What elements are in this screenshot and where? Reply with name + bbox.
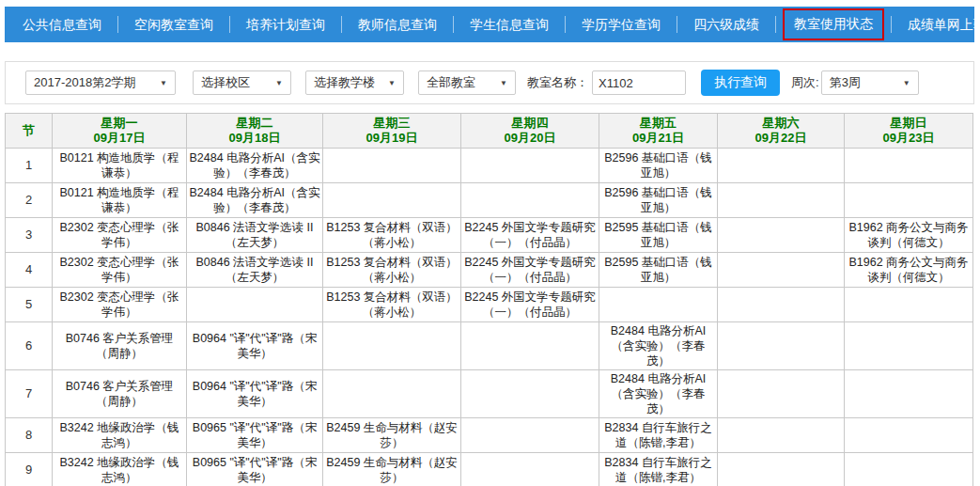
empty-cell bbox=[845, 183, 973, 218]
nav-item-3[interactable]: 培养计划查询 bbox=[230, 7, 341, 42]
timetable-row: 6B0746 客户关系管理（周静）B0964 "译"代"译"路（宋美华）B248… bbox=[6, 322, 973, 370]
course-cell: B0846 法语文学选读 II（左天梦） bbox=[187, 253, 323, 288]
course-cell: B1962 商务公文与商务谈判（何德文） bbox=[845, 218, 973, 253]
course-cell: B0121 构造地质学（程谦恭） bbox=[53, 183, 187, 218]
nav-item-1[interactable]: 公共信息查询 bbox=[7, 7, 117, 42]
course-cell: B0121 构造地质学（程谦恭） bbox=[53, 149, 187, 183]
day-header: 星期四09月20日 bbox=[461, 114, 599, 149]
period-number: 1 bbox=[6, 149, 53, 183]
course-cell: B2834 自行车旅行之道（陈锴,李君） bbox=[599, 453, 718, 486]
course-cell: B2596 基础口语（钱亚旭） bbox=[599, 149, 718, 183]
semester-select-value: 2017-2018第2学期 bbox=[34, 74, 135, 91]
period-number: 4 bbox=[6, 253, 53, 288]
nav-item-7[interactable]: 四六级成绩 bbox=[677, 7, 775, 42]
room-name-input[interactable] bbox=[592, 71, 686, 95]
empty-cell bbox=[718, 418, 845, 453]
empty-cell bbox=[323, 149, 461, 183]
timetable-row: 5B2302 变态心理学（张学伟）B1253 复合材料（双语）（蒋小松）B224… bbox=[6, 288, 973, 322]
course-cell: B1253 复合材料（双语）（蒋小松） bbox=[323, 253, 461, 288]
semester-select[interactable]: 2017-2018第2学期 ▼ bbox=[25, 71, 176, 95]
course-cell: B1962 商务公文与商务谈判（何德文） bbox=[845, 253, 973, 288]
empty-cell bbox=[718, 253, 845, 288]
course-cell: B0846 法语文学选读 II（左天梦） bbox=[187, 218, 323, 253]
chevron-down-icon: ▼ bbox=[903, 79, 910, 87]
empty-cell bbox=[323, 370, 461, 418]
course-cell: B3242 地缘政治学（钱志鸿） bbox=[53, 453, 187, 486]
period-number: 5 bbox=[6, 288, 53, 322]
period-number: 9 bbox=[6, 453, 53, 486]
classroom-select-value: 全部教室 bbox=[427, 74, 475, 91]
timetable-row: 7B0746 客户关系管理（周静）B0964 "译"代"译"路（宋美华）B248… bbox=[6, 370, 973, 418]
chevron-down-icon: ▼ bbox=[500, 79, 507, 87]
empty-cell bbox=[845, 149, 973, 183]
course-cell: B2595 基础口语（钱亚旭） bbox=[599, 218, 718, 253]
day-header: 星期五09月21日 bbox=[599, 114, 718, 149]
empty-cell bbox=[461, 149, 599, 183]
course-cell: B1253 复合材料（双语）（蒋小松） bbox=[323, 218, 461, 253]
course-cell: B3242 地缘政治学（钱志鸿） bbox=[53, 418, 187, 453]
campus-select[interactable]: 选择校区 ▼ bbox=[193, 71, 291, 95]
course-cell: B2484 电路分析AI（含实验）（李春茂） bbox=[187, 183, 323, 218]
course-cell: B2302 变态心理学（张学伟） bbox=[53, 253, 187, 288]
empty-cell bbox=[718, 149, 845, 183]
execute-query-button[interactable]: 执行查询 bbox=[701, 70, 780, 96]
campus-select-value: 选择校区 bbox=[201, 74, 250, 91]
period-number: 2 bbox=[6, 183, 53, 218]
chevron-down-icon: ▼ bbox=[388, 79, 396, 87]
nav-item-9[interactable]: 成绩单网上验真 bbox=[892, 7, 980, 42]
empty-cell bbox=[845, 418, 973, 453]
course-cell: B2834 自行车旅行之道（陈锴,李君） bbox=[599, 418, 718, 453]
empty-cell bbox=[718, 370, 845, 418]
chevron-down-icon: ▼ bbox=[160, 79, 167, 87]
empty-cell bbox=[461, 322, 599, 370]
period-column-header: 节 bbox=[6, 114, 53, 149]
classroom-select[interactable]: 全部教室 ▼ bbox=[418, 71, 516, 95]
timetable: 节 星期一09月17日星期二09月18日星期三09月19日星期四09月20日星期… bbox=[5, 113, 973, 486]
week-label: 周次: bbox=[791, 74, 819, 91]
timetable-body: 1B0121 构造地质学（程谦恭）B2484 电路分析AI（含实验）（李春茂）B… bbox=[6, 149, 973, 486]
course-cell: B0965 "译"代"译"路（宋美华） bbox=[187, 453, 323, 486]
timetable-row: 9B3242 地缘政治学（钱志鸿）B0965 "译"代"译"路（宋美华）B245… bbox=[6, 453, 973, 486]
building-select-value: 选择教学楼 bbox=[314, 74, 375, 91]
course-cell: B2459 生命与材料（赵安莎） bbox=[323, 418, 461, 453]
empty-cell bbox=[718, 453, 845, 486]
empty-cell bbox=[845, 370, 973, 418]
empty-cell bbox=[187, 288, 323, 322]
course-cell: B2484 电路分析AI（含实验）（李春茂） bbox=[187, 149, 323, 183]
course-cell: B2302 变态心理学（张学伟） bbox=[53, 288, 187, 322]
nav-item-2[interactable]: 空闲教室查询 bbox=[118, 7, 229, 42]
course-cell: B1253 复合材料（双语）（蒋小松） bbox=[323, 288, 461, 322]
course-cell: B0746 客户关系管理（周静） bbox=[53, 370, 187, 418]
course-cell: B2459 生命与材料（赵安莎） bbox=[323, 453, 461, 486]
day-header: 星期日09月23日 bbox=[845, 114, 973, 149]
empty-cell bbox=[461, 183, 599, 218]
empty-cell bbox=[323, 183, 461, 218]
empty-cell bbox=[323, 322, 461, 370]
timetable-row: 3B2302 变态心理学（张学伟）B0846 法语文学选读 II（左天梦）B12… bbox=[6, 218, 973, 253]
nav-item-8-active[interactable]: 教室使用状态 bbox=[783, 8, 884, 40]
course-cell: B0964 "译"代"译"路（宋美华） bbox=[187, 322, 323, 370]
course-cell: B2596 基础口语（钱亚旭） bbox=[599, 183, 718, 218]
course-cell: B2484 电路分析AI（含实验）（李春茂） bbox=[599, 322, 718, 370]
timetable-row: 4B2302 变态心理学（张学伟）B0846 法语文学选读 II（左天梦）B12… bbox=[6, 253, 973, 288]
day-header: 星期一09月17日 bbox=[53, 114, 187, 149]
period-number: 8 bbox=[6, 418, 53, 453]
building-select[interactable]: 选择教学楼 ▼ bbox=[305, 71, 404, 95]
course-cell: B2245 外国文学专题研究（一）（付品晶） bbox=[461, 288, 599, 322]
nav-item-5[interactable]: 学生信息查询 bbox=[454, 7, 565, 42]
filter-bar: 2017-2018第2学期 ▼ 选择校区 ▼ 选择教学楼 ▼ 全部教室 ▼ 教室… bbox=[5, 61, 974, 104]
timetable-row: 1B0121 构造地质学（程谦恭）B2484 电路分析AI（含实验）（李春茂）B… bbox=[6, 149, 973, 183]
nav-item-4[interactable]: 教师信息查询 bbox=[342, 7, 453, 42]
nav-divider bbox=[775, 16, 776, 33]
top-nav: 公共信息查询空闲教室查询培养计划查询教师信息查询学生信息查询学历学位查询四六级成… bbox=[5, 7, 974, 42]
course-cell: B0964 "译"代"译"路（宋美华） bbox=[187, 370, 323, 418]
course-cell: B2245 外国文学专题研究（一）（付品晶） bbox=[461, 218, 599, 253]
empty-cell bbox=[718, 183, 845, 218]
empty-cell bbox=[718, 288, 845, 322]
nav-item-6[interactable]: 学历学位查询 bbox=[566, 7, 677, 42]
chevron-down-icon: ▼ bbox=[275, 79, 283, 87]
empty-cell bbox=[718, 218, 845, 253]
course-cell: B2595 基础口语（钱亚旭） bbox=[599, 253, 718, 288]
week-select[interactable]: 第3周 ▼ bbox=[821, 71, 919, 95]
course-cell: B0746 客户关系管理（周静） bbox=[53, 322, 187, 370]
